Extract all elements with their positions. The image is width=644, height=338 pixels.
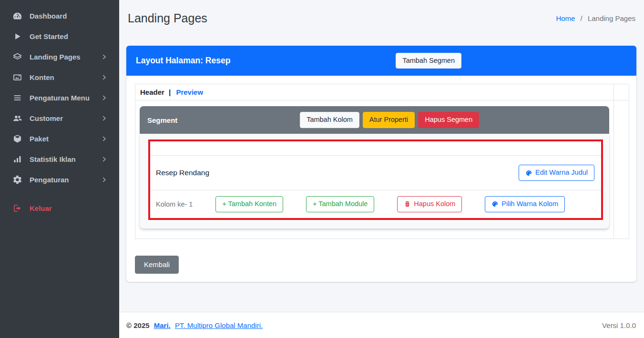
cube-icon [12, 134, 22, 144]
tab-preview-link[interactable]: Preview [176, 88, 203, 96]
chevron-right-icon [101, 53, 108, 60]
segment-actions: Tambah Kolom Atur Properti Hapus Segmen [177, 112, 602, 128]
sign-out-icon [12, 203, 22, 213]
palette-icon [525, 169, 532, 177]
tachometer-icon [12, 11, 22, 21]
sidebar-item-get-started[interactable]: Get Started [0, 26, 119, 47]
layout-card: Layout Halaman: Resep Tambah Segmen Head… [126, 46, 636, 282]
breadcrumb-home-link[interactable]: Home [556, 14, 575, 22]
sidebar-item-pengaturan[interactable]: Pengaturan [0, 169, 119, 190]
back-button[interactable]: Kembali [135, 256, 179, 274]
breadcrumb: Home / Landing Pages [556, 14, 635, 22]
chevron-right-icon [101, 94, 108, 101]
app-window: Dashboard Get Started Landing Pages Kont… [0, 0, 644, 338]
main-area: Landing Pages Home / Landing Pages Layou… [119, 0, 644, 338]
footer-left: © 2025 Mari. PT. Multipro Global Mandiri… [126, 321, 263, 329]
sidebar-item-landing-pages[interactable]: Landing Pages [0, 47, 119, 67]
set-properties-button[interactable]: Atur Properti [363, 112, 415, 128]
pick-column-color-button[interactable]: Pilih Warna Kolom [485, 196, 565, 212]
sidebar-item-customer[interactable]: Customer [0, 108, 119, 129]
segment-body: Resep Rendang Edit Warna Judul Kolom ke- [140, 134, 609, 229]
sidebar: Dashboard Get Started Landing Pages Kont… [0, 0, 119, 338]
add-module-button[interactable]: + Tambah Module [306, 196, 374, 212]
sidebar-item-label: Get Started [30, 32, 108, 40]
sidebar-item-label: Dashboard [30, 12, 108, 20]
layout-table-side-cell [614, 84, 629, 100]
chevron-right-icon [101, 115, 108, 122]
column-label: Kolom ke- 1 [156, 200, 193, 208]
sidebar-item-konten[interactable]: Konten [0, 67, 119, 88]
palette-icon [491, 200, 499, 208]
trash-icon [404, 200, 411, 208]
footer-company-link[interactable]: PT. Multipro Global Mandiri. [175, 321, 263, 329]
highlighted-content-area: Resep Rendang Edit Warna Judul Kolom ke- [148, 139, 603, 220]
sidebar-item-label: Customer [30, 114, 101, 122]
footer-copyright: © 2025 [126, 321, 150, 329]
segment-title-row: Resep Rendang Edit Warna Judul [150, 156, 601, 190]
sidebar-item-dashboard[interactable]: Dashboard [0, 6, 119, 26]
menu-bars-icon [12, 93, 22, 103]
segment-heading-text: Resep Rendang [156, 169, 519, 177]
sidebar-item-label: Pengaturan [30, 176, 101, 184]
play-icon [12, 31, 22, 41]
chevron-right-icon [101, 135, 108, 142]
layout-card-header: Layout Halaman: Resep Tambah Segmen [126, 46, 636, 76]
sidebar-item-keluar[interactable]: Keluar [0, 198, 119, 219]
segment-title: Segment [147, 116, 177, 124]
chevron-right-icon [101, 74, 108, 81]
chevron-right-icon [101, 156, 108, 163]
layout-card-body: Header | Preview Segment [126, 76, 636, 282]
image-icon [12, 72, 22, 82]
card-header-actions: Tambah Segmen [230, 53, 627, 69]
tab-bar: Header | Preview [135, 84, 614, 100]
layout-table: Header | Preview Segment [135, 84, 629, 239]
content-area: Landing Pages Home / Landing Pages Layou… [119, 0, 644, 312]
add-column-button[interactable]: Tambah Kolom [300, 112, 359, 128]
breadcrumb-current: Landing Pages [588, 14, 635, 22]
content-header: Landing Pages Home / Landing Pages [126, 7, 636, 29]
page-title: Landing Pages [128, 11, 207, 25]
layout-table-side-cell [614, 100, 629, 239]
tab-header: Header [140, 88, 164, 96]
sidebar-item-label: Landing Pages [30, 53, 101, 61]
delete-column-button[interactable]: Hapus Kolom [397, 196, 462, 212]
sidebar-item-label: Konten [30, 73, 101, 81]
sidebar-item-pengaturan-menu[interactable]: Pengaturan Menu [0, 88, 119, 108]
sidebar-item-statistik-iklan[interactable]: Statistik Iklan [0, 149, 119, 169]
footer-brand-link[interactable]: Mari. [154, 321, 171, 329]
sidebar-item-paket[interactable]: Paket [0, 129, 119, 149]
delete-segment-button[interactable]: Hapus Segmen [418, 112, 479, 128]
sidebar-item-label: Pengaturan Menu [30, 94, 101, 102]
edit-title-color-button[interactable]: Edit Warna Judul [519, 165, 594, 181]
layout-card-title: Layout Halaman: Resep [136, 56, 230, 66]
footer-version: Versi 1.0.0 [602, 321, 636, 329]
add-segment-button[interactable]: Tambah Segmen [396, 53, 461, 69]
sidebar-item-label: Statistik Iklan [30, 155, 101, 163]
users-icon [12, 113, 22, 123]
segment-cell: Segment Tambah Kolom Atur Properti Hapus… [135, 100, 614, 239]
gear-icon [12, 175, 22, 185]
tab-separator: | [169, 88, 171, 96]
layers-icon [12, 52, 22, 62]
bar-chart-icon [12, 154, 22, 164]
chevron-right-icon [101, 176, 108, 183]
footer: © 2025 Mari. PT. Multipro Global Mandiri… [119, 312, 644, 338]
column-row: Kolom ke- 1 + Tambah Konten + Tambah Mod… [150, 190, 601, 218]
add-content-button[interactable]: + Tambah Konten [215, 196, 283, 212]
segment-header: Segment Tambah Kolom Atur Properti Hapus… [140, 106, 609, 134]
breadcrumb-separator: / [581, 14, 583, 22]
content-spacer-row [150, 141, 601, 156]
sidebar-item-label: Keluar [30, 204, 108, 212]
sidebar-item-label: Paket [30, 135, 101, 143]
